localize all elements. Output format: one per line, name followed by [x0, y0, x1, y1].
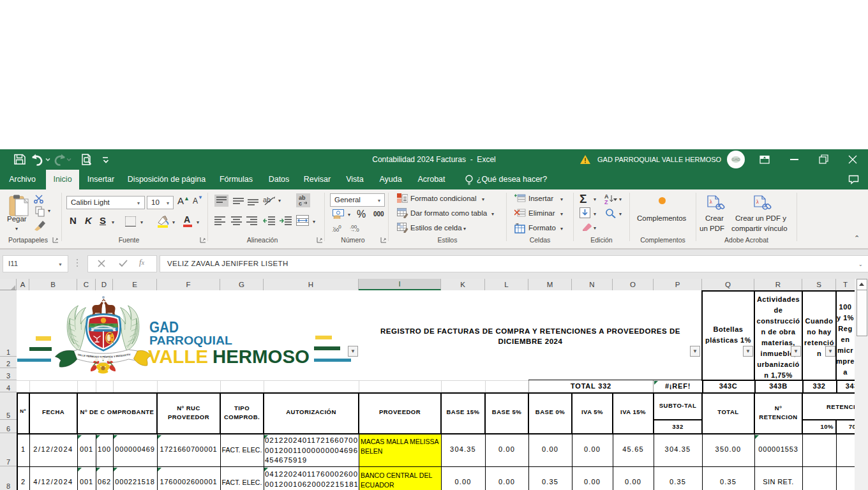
svg-text:Z: Z [604, 199, 608, 205]
svg-text:λ: λ [756, 199, 759, 205]
svg-text:c: c [299, 200, 302, 207]
svg-text:ab: ab [263, 196, 271, 204]
svg-text:→.0: →.0 [350, 227, 359, 232]
svg-text:PARROQUIAL: PARROQUIAL [149, 334, 232, 347]
svg-text:HERMOSO: HERMOSO [213, 346, 310, 367]
svg-text:λ: λ [710, 199, 712, 205]
svg-text:GAD: GAD [149, 319, 179, 336]
svg-text:VALLE: VALLE [148, 346, 208, 367]
svg-text:.00: .00 [332, 227, 340, 232]
